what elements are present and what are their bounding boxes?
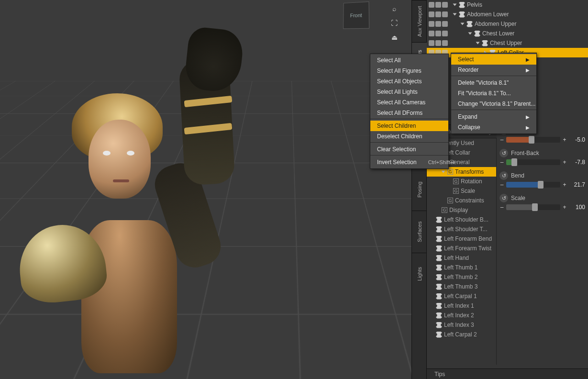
scene-node-abdomen-upper[interactable]: Abdomen Upper: [427, 19, 588, 29]
scene-node-abdomen-lower[interactable]: Abdomen Lower: [427, 10, 588, 19]
visibility-icons[interactable]: [429, 21, 450, 27]
submenu-arrow-icon: ▶: [526, 57, 530, 62]
param-node-left-thumb-1[interactable]: Left Thumb 1: [427, 263, 496, 272]
context-menu-node[interactable]: Select▶Reorder▶Delete "Victoria 8.1"Fit …: [451, 53, 537, 134]
menu-item-deselect-children[interactable]: Deselect Children: [370, 131, 448, 143]
bone-icon: [436, 226, 442, 233]
param-node-left-shoulder-b-[interactable]: Left Shoulder B...: [427, 215, 496, 224]
slider-thumb[interactable]: [511, 158, 517, 166]
menu-item-select-children[interactable]: Select Children: [370, 121, 448, 131]
frame-icon[interactable]: ⛶: [388, 17, 400, 29]
decrement-button[interactable]: –: [499, 136, 504, 143]
context-menu-select[interactable]: Select AllSelect All FiguresSelect All O…: [370, 54, 449, 169]
menu-item-select-all[interactable]: Select All: [370, 55, 448, 66]
slider-track[interactable]: [506, 137, 560, 143]
tips-bar[interactable]: Tips: [427, 368, 588, 379]
zoom-icon[interactable]: ⌕: [388, 3, 400, 14]
menu-item-select-all-lights[interactable]: Select All Lights: [370, 87, 448, 97]
home-icon[interactable]: ⏏: [388, 32, 400, 43]
param-node-left-index-2[interactable]: Left Index 2: [427, 311, 496, 320]
menu-item-change-victoria-8-1-parent-[interactable]: Change "Victoria 8.1" Parent...: [451, 99, 536, 110]
menu-item-delete-victoria-8-1-[interactable]: Delete "Victoria 8.1": [451, 78, 536, 88]
param-node-left-shoulder-t-[interactable]: Left Shoulder T...: [427, 224, 496, 234]
param-node-rotation[interactable]: GRotation: [427, 177, 496, 186]
scene-node-chest-upper[interactable]: Chest Upper: [427, 38, 588, 48]
reset-icon[interactable]: ↺: [499, 149, 508, 157]
menu-item-select-all-cameras[interactable]: Select All Cameras: [370, 97, 448, 108]
disclosure-icon[interactable]: [442, 171, 445, 173]
view-cube[interactable]: Front: [343, 1, 369, 29]
side-tab-lights[interactable]: Lights: [412, 253, 427, 295]
parameter-tree[interactable]: Currently UsedLeft CollarGGeneralGTransf…: [427, 138, 497, 365]
slider-thumb[interactable]: [532, 203, 538, 211]
viewport-3d[interactable]: Front ⌕ ⛶ ⏏: [0, 0, 411, 379]
param-node-left-carpal-2[interactable]: Left Carpal 2: [427, 330, 496, 339]
slider-label: Bend: [511, 172, 524, 179]
param-label: Left Hand: [444, 255, 469, 261]
decrement-button[interactable]: –: [499, 159, 504, 166]
disclosure-icon[interactable]: [468, 33, 472, 35]
param-node-left-index-3[interactable]: Left Index 3: [427, 320, 496, 330]
menu-item-collapse[interactable]: Collapse▶: [451, 122, 536, 133]
menu-item-select[interactable]: Select▶: [451, 54, 536, 65]
slider-thumb[interactable]: [538, 181, 544, 189]
decrement-button[interactable]: –: [499, 181, 504, 188]
slider-thumb[interactable]: [529, 136, 534, 144]
group-icon: G: [453, 178, 459, 184]
bone-icon: [474, 31, 480, 37]
slider-value[interactable]: -5.0: [569, 136, 585, 143]
slider-track[interactable]: [506, 204, 560, 210]
menu-item-expand[interactable]: Expand▶: [451, 111, 536, 122]
slider-track[interactable]: [506, 159, 560, 165]
menu-item-select-all-objects[interactable]: Select All Objects: [370, 76, 448, 87]
visibility-icons[interactable]: [429, 40, 450, 46]
menu-item-reorder[interactable]: Reorder▶: [451, 65, 536, 76]
slider-bend: ↺Bend–+21.7: [497, 169, 588, 192]
menu-item-clear-selection[interactable]: Clear Selection: [370, 144, 448, 156]
param-node-left-hand[interactable]: Left Hand: [427, 253, 496, 263]
reset-icon[interactable]: ↺: [499, 171, 508, 180]
menu-item-invert-selection[interactable]: Invert SelectionCtrl+Shift+I: [370, 157, 448, 167]
slider-value[interactable]: -7.8: [569, 159, 585, 166]
param-label: Transforms: [455, 168, 484, 175]
param-node-left-forearm-bend[interactable]: Left Forearm Bend: [427, 234, 496, 244]
param-node-left-index-1[interactable]: Left Index 1: [427, 301, 496, 311]
side-tab-aux-viewport[interactable]: Aux Viewport: [412, 0, 427, 42]
decrement-button[interactable]: –: [499, 204, 504, 211]
bone-icon: [436, 312, 442, 319]
disclosure-icon[interactable]: [453, 13, 457, 16]
increment-button[interactable]: +: [562, 204, 567, 211]
side-tab-posing[interactable]: Posing: [412, 168, 427, 211]
disclosure-icon[interactable]: [476, 42, 480, 45]
group-icon: G: [447, 169, 453, 175]
disclosure-icon[interactable]: [453, 4, 457, 6]
scene-node-pelvis[interactable]: Pelvis: [427, 0, 588, 10]
menu-item-select-all-figures[interactable]: Select All Figures: [370, 66, 448, 76]
increment-button[interactable]: +: [562, 136, 567, 143]
visibility-icons[interactable]: [429, 31, 450, 36]
menu-item-select-all-dforms[interactable]: Select All DForms: [370, 108, 448, 119]
scene-node-chest-lower[interactable]: Chest Lower: [427, 29, 588, 38]
menu-item-fit-victoria-8-1-to-[interactable]: Fit "Victoria 8.1" To...: [451, 88, 536, 99]
param-label: Left Shoulder T...: [444, 226, 488, 233]
param-node-display[interactable]: GDisplay: [427, 205, 496, 215]
param-node-left-thumb-2[interactable]: Left Thumb 2: [427, 272, 496, 282]
disclosure-icon[interactable]: [461, 23, 465, 25]
visibility-icons[interactable]: [429, 2, 450, 8]
slider-value[interactable]: 21.7: [569, 181, 585, 188]
reset-icon[interactable]: ↺: [499, 194, 508, 202]
bone-icon: [436, 255, 442, 261]
visibility-icons[interactable]: [429, 11, 450, 17]
group-icon: G: [453, 188, 459, 194]
slider-track[interactable]: [506, 182, 560, 188]
param-node-constraints[interactable]: GConstraints: [427, 196, 496, 205]
slider-value[interactable]: 100: [569, 204, 585, 211]
param-node-left-thumb-3[interactable]: Left Thumb 3: [427, 282, 496, 291]
param-node-left-forearm-twist[interactable]: Left Forearm Twist: [427, 244, 496, 253]
increment-button[interactable]: +: [562, 159, 567, 166]
param-node-scale[interactable]: GScale: [427, 186, 496, 196]
side-tab-surfaces[interactable]: Surfaces: [412, 211, 427, 253]
bone-icon: [436, 332, 442, 338]
increment-button[interactable]: +: [562, 181, 567, 188]
param-node-left-carpal-1[interactable]: Left Carpal 1: [427, 291, 496, 301]
